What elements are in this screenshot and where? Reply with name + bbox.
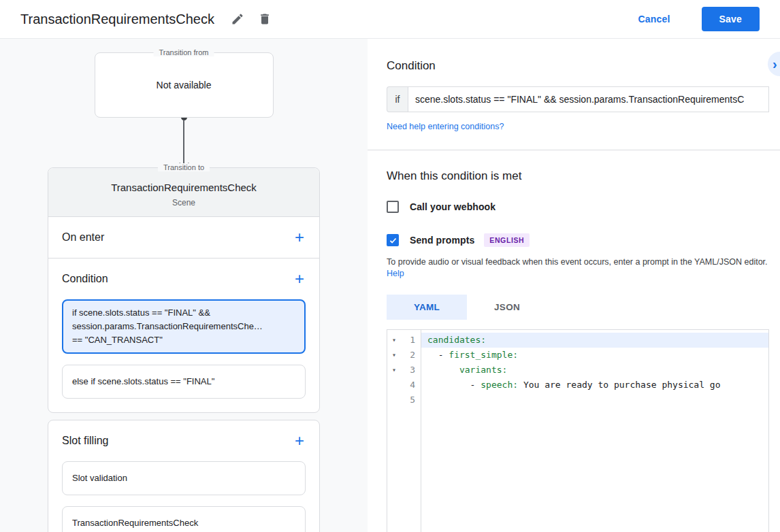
editor-tabs: YAML JSON bbox=[387, 295, 769, 320]
cancel-button[interactable]: Cancel bbox=[634, 13, 674, 25]
condition-item-line: == "CAN_TRANSACT" bbox=[72, 333, 295, 347]
add-on-enter-button[interactable]: + bbox=[293, 231, 306, 244]
slot-filling-card: Slot filling + Slot validation Transacti… bbox=[48, 420, 320, 532]
transition-connector bbox=[0, 118, 368, 167]
line-number: 3 bbox=[401, 363, 421, 378]
code-line bbox=[421, 393, 768, 408]
top-bar: TransactionRequirementsCheck Cancel Save bbox=[0, 0, 780, 39]
condition-item-selected[interactable]: if scene.slots.status == "FINAL" && sess… bbox=[62, 299, 306, 354]
transition-from-legend: Transition from bbox=[154, 48, 214, 56]
send-prompts-option-row: Send prompts ENGLISH bbox=[387, 233, 769, 247]
call-webhook-label: Call your webhook bbox=[410, 201, 495, 212]
chevron-right-icon: › bbox=[773, 56, 777, 72]
fold-arrow-icon[interactable]: ▾ bbox=[387, 348, 401, 363]
condition-item-line: session.params.TransactionRequirementsCh… bbox=[72, 320, 295, 333]
condition-item-line: if scene.slots.status == "FINAL" && bbox=[72, 306, 295, 320]
condition-label: Condition bbox=[62, 273, 108, 285]
condition-help-link[interactable]: Need help entering conditions? bbox=[387, 122, 504, 131]
line-number: 5 bbox=[401, 393, 421, 408]
add-condition-button[interactable]: + bbox=[293, 272, 306, 286]
trash-icon bbox=[258, 12, 272, 26]
language-badge: ENGLISH bbox=[484, 233, 530, 247]
scene-name: TransactionRequirementsCheck bbox=[56, 182, 311, 193]
page-title: TransactionRequirementsCheck bbox=[20, 12, 214, 27]
top-bar-actions: Cancel Save bbox=[634, 7, 760, 31]
condition-expression-input[interactable] bbox=[408, 86, 769, 112]
transition-from-box: Transition from Not available bbox=[95, 52, 274, 118]
send-prompts-checkbox[interactable] bbox=[387, 234, 399, 246]
pencil-icon bbox=[231, 12, 244, 26]
fold-arrow-icon[interactable]: ▾ bbox=[387, 333, 401, 348]
prompt-help-body: To provide audio or visual feedback when… bbox=[387, 257, 768, 267]
transition-to-legend: Transition to bbox=[158, 163, 210, 171]
main-content: Transition from Not available Transition… bbox=[0, 39, 780, 532]
when-condition-met-heading: When this condition is met bbox=[387, 169, 769, 183]
checkmark-icon bbox=[389, 236, 397, 245]
code-line: - first_simple: bbox=[421, 348, 768, 363]
section-divider bbox=[368, 150, 780, 150]
code-line: variants: bbox=[421, 363, 768, 378]
delete-scene-button[interactable] bbox=[254, 8, 276, 30]
fold-arrow-icon[interactable]: ▾ bbox=[387, 363, 401, 378]
scene-editor-app: TransactionRequirementsCheck Cancel Save… bbox=[0, 0, 780, 532]
scene-card: Transition to TransactionRequirementsChe… bbox=[48, 167, 320, 413]
scene-card-header[interactable]: TransactionRequirementsCheck Scene bbox=[48, 168, 319, 217]
scene-type-label: Scene bbox=[56, 198, 311, 207]
send-prompts-label: Send prompts bbox=[410, 235, 474, 246]
on-enter-section: On enter + bbox=[48, 217, 319, 258]
slot-filling-section: Slot filling + Slot validation Transacti… bbox=[48, 420, 319, 532]
tab-yaml[interactable]: YAML bbox=[387, 295, 467, 320]
edit-scene-button[interactable] bbox=[227, 8, 248, 30]
scene-graph-panel: Transition from Not available Transition… bbox=[0, 39, 368, 532]
condition-heading: Condition bbox=[387, 59, 769, 73]
line-number: 1 bbox=[401, 333, 421, 348]
tab-json[interactable]: JSON bbox=[467, 295, 547, 320]
add-slot-button[interactable]: + bbox=[293, 434, 306, 448]
transition-from-value: Not available bbox=[157, 80, 212, 90]
save-button[interactable]: Save bbox=[702, 7, 760, 31]
editor-code-area[interactable]: candidates: - first_simple: variants: - … bbox=[421, 330, 768, 532]
code-line: - speech: You are ready to purchase phys… bbox=[421, 378, 768, 393]
slot-item[interactable]: TransactionRequirementsCheck bbox=[62, 506, 306, 532]
condition-expression-row: if bbox=[387, 86, 769, 112]
webhook-option-row: Call your webhook bbox=[387, 201, 769, 213]
on-enter-label: On enter bbox=[62, 231, 104, 244]
prompt-help-text: To provide audio or visual feedback when… bbox=[387, 256, 769, 280]
slot-item[interactable]: Slot validation bbox=[62, 461, 306, 495]
if-prefix-label: if bbox=[387, 86, 408, 112]
yaml-code-editor[interactable]: ▾ 1 ▾ 2 ▾ 3 4 bbox=[387, 329, 769, 532]
call-webhook-checkbox[interactable] bbox=[387, 201, 399, 213]
editor-gutter: ▾ 1 ▾ 2 ▾ 3 4 bbox=[387, 330, 421, 532]
condition-detail-panel: Condition if Need help entering conditio… bbox=[368, 39, 780, 532]
line-number: 2 bbox=[401, 348, 421, 363]
condition-item-else[interactable]: else if scene.slots.status == "FINAL" bbox=[62, 365, 306, 399]
condition-section: Condition + if scene.slots.status == "FI… bbox=[48, 258, 319, 412]
slot-filling-label: Slot filling bbox=[62, 435, 108, 447]
line-number: 4 bbox=[401, 378, 421, 393]
help-link[interactable]: Help bbox=[387, 269, 404, 278]
code-line: candidates: bbox=[421, 333, 768, 348]
